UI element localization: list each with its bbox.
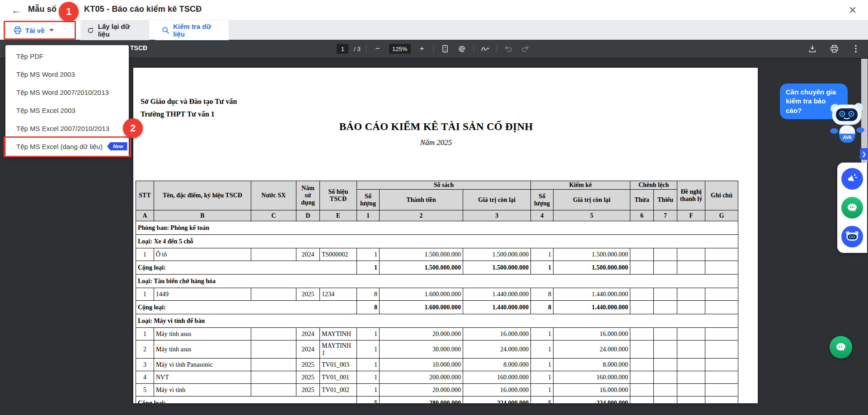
table-cell: 5	[357, 396, 380, 403]
app-header: ← Mẫu số KT05 - Báo cáo kiểm kê TSCĐ ✕	[0, 0, 868, 20]
table-cell: 16.000.000	[554, 384, 630, 396]
col-header-qty2: Số lượng	[531, 190, 554, 210]
table-cell: 1.500.000.000	[380, 261, 463, 275]
table-cell: 16.000.000	[463, 384, 531, 396]
table-cell	[654, 301, 677, 314]
reload-button[interactable]: Lấy lại dữ liệu	[80, 20, 149, 40]
announcement-button[interactable]	[841, 168, 863, 190]
table-cell	[677, 396, 705, 403]
print-icon[interactable]	[828, 43, 840, 55]
table-row: Phòng ban: Phòng kế toán	[136, 221, 738, 235]
table-cell: 5	[136, 384, 154, 396]
table-row: 3Máy vi tính Panasonic2025TV01_003110.00…	[136, 359, 738, 371]
redo-icon[interactable]	[520, 43, 531, 55]
table-cell: 8.000.000	[554, 359, 630, 371]
table-cell	[630, 261, 654, 275]
col-header-remaining1: Giá trị còn lại	[463, 190, 531, 210]
table-row: Cộng loại:11.500.000.0001.500.000.00011.…	[136, 261, 738, 275]
pdf-toolbar-right	[807, 43, 862, 55]
zoom-in-icon[interactable]: +	[416, 43, 428, 55]
download-menu-item[interactable]: Tệp PDF	[5, 47, 129, 65]
table-row: 1Máy tính asus2024MAYTINH120.000.00016.0…	[136, 328, 738, 340]
table-cell: 1	[531, 328, 554, 340]
table-cell: 1	[357, 261, 380, 275]
table-cell: Loại: Tàu biển chở hàng hóa	[136, 275, 738, 288]
table-cell	[630, 328, 654, 340]
col-group-diff: Chênh lệch	[630, 181, 677, 190]
zoom-level-input[interactable]: 125%	[389, 44, 411, 54]
chat-fab-button[interactable]	[830, 336, 852, 359]
table-cell	[654, 248, 677, 261]
table-cell: 1	[357, 384, 380, 396]
table-cell: 24.000.000	[463, 340, 531, 359]
table-cell: 1	[531, 384, 554, 396]
pdf-toolbar: TSCĐ 1 / 3 − 125% +	[0, 40, 868, 58]
table-cell: Cộng loại:	[136, 301, 357, 314]
toolbar-gray-fill	[228, 20, 868, 40]
table-cell: 4	[136, 371, 154, 384]
col-letter: E	[320, 210, 357, 221]
table-cell: 1	[136, 288, 154, 301]
expand-chevron-button[interactable]: ❯	[860, 148, 868, 160]
table-cell: TV01_003	[320, 359, 357, 371]
search-icon	[162, 26, 169, 34]
download-button[interactable]: Tải về	[7, 20, 60, 40]
download-icon[interactable]	[807, 43, 818, 55]
table-row: Loại: Máy vi tính để bàn	[136, 314, 738, 328]
col-letter: 1	[357, 210, 380, 221]
download-menu-item[interactable]: Tệp MS Excel 2007/2010/2013	[5, 119, 129, 137]
robot-assistant-button[interactable]	[841, 226, 863, 247]
back-arrow-icon[interactable]: ←	[10, 4, 23, 17]
col-header-code: Số hiệu TSCĐ	[320, 181, 357, 210]
divider	[474, 44, 474, 53]
robot-mascot[interactable]: AVA	[829, 101, 867, 148]
close-icon[interactable]: ✕	[846, 4, 859, 17]
undo-icon[interactable]	[502, 43, 514, 55]
download-menu-item[interactable]: Tệp MS Word 2003	[5, 65, 129, 83]
action-toolbar: Tải về Lấy lại dữ liệu Kiểm tra dữ liệu	[0, 20, 868, 40]
fit-page-icon[interactable]	[439, 43, 451, 55]
zoom-out-icon[interactable]: −	[372, 43, 384, 55]
col-letter: G	[705, 210, 738, 221]
table-cell: 16.000.000	[463, 328, 531, 340]
col-header-stt: STT	[136, 181, 154, 210]
new-badge: New	[107, 142, 127, 150]
download-menu-item[interactable]: Tệp MS Excel (dạng dữ liệu)New	[5, 137, 129, 155]
ink-annotation-icon[interactable]	[479, 43, 491, 55]
table-cell	[705, 340, 738, 359]
more-icon[interactable]	[850, 43, 862, 55]
page-number-input[interactable]: 1	[337, 44, 348, 54]
table-cell: 1	[531, 261, 554, 275]
download-menu-item[interactable]: Tệp MS Excel 2003	[5, 101, 129, 119]
table-cell: Máy tính asus	[154, 328, 251, 340]
rotate-icon[interactable]	[456, 43, 468, 55]
table-cell: 1	[136, 328, 154, 340]
download-button-label: Tải về	[25, 27, 45, 34]
table-cell: 1.440.000.000	[463, 301, 531, 314]
page-total-label: / 3	[354, 46, 360, 52]
col-header-liquidation: Đề nghị thanh lý	[677, 181, 705, 210]
table-cell: 8	[357, 288, 380, 301]
col-letter: A	[136, 210, 154, 221]
table-cell	[677, 301, 705, 314]
col-header-note: Ghi chú	[705, 181, 738, 210]
download-menu-item[interactable]: Tệp MS Word 2007/2010/2013	[5, 83, 129, 101]
table-cell	[677, 328, 705, 340]
menu-item-label: Tệp MS Excel 2003	[16, 107, 75, 114]
table-cell	[654, 384, 677, 396]
table-row: 114492025123481.600.000.0001.440.000.000…	[136, 288, 738, 301]
table-cell	[251, 359, 296, 371]
table-cell	[705, 396, 738, 403]
menu-item-label: Tệp PDF	[16, 52, 43, 60]
table-row: 5Máy vi tính2025TV01_002120.000.00016.00…	[136, 384, 738, 396]
check-data-button[interactable]: Kiểm tra dữ liệu	[155, 20, 229, 40]
chat-support-button[interactable]	[841, 197, 863, 219]
org-line2: Trường THPT Tư vấn 1	[141, 110, 215, 118]
table-cell: 8	[531, 301, 554, 314]
table-cell: 16.000.000	[554, 328, 630, 340]
table-cell: 1449	[154, 288, 251, 301]
table-cell: 1	[357, 328, 380, 340]
table-cell	[654, 261, 677, 275]
table-cell	[251, 384, 296, 396]
table-cell: TV01_002	[320, 384, 357, 396]
